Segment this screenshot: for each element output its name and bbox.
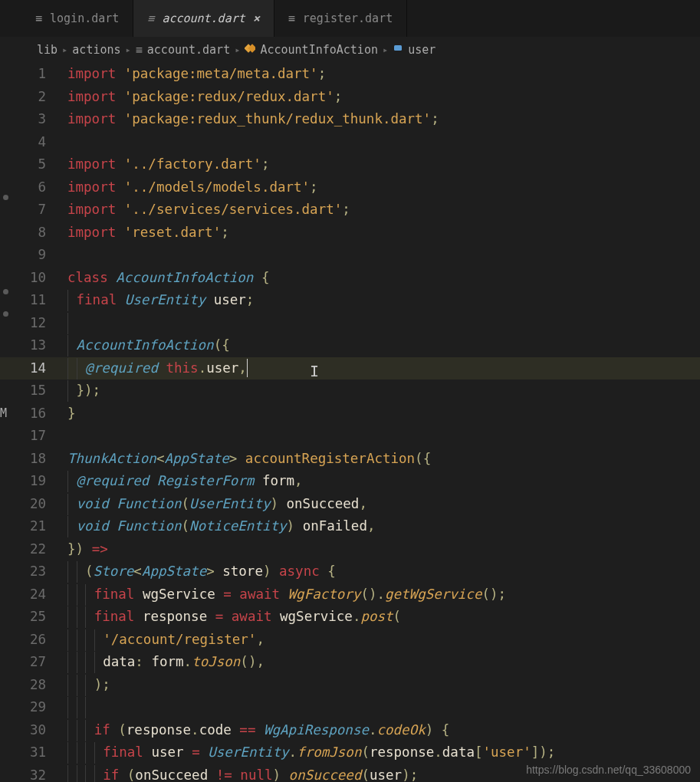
line-number: 20 bbox=[0, 493, 46, 516]
code-line[interactable]: if (response.code == WgApiResponse.codeO… bbox=[67, 719, 700, 742]
breadcrumb-item[interactable]: account.dart bbox=[147, 43, 230, 57]
watermark: https://blog.csdn.net/qq_33608000 bbox=[526, 764, 691, 776]
chevron-right-icon: ▸ bbox=[126, 44, 131, 55]
vcs-gutter-marker bbox=[3, 195, 8, 200]
line-number: 18 bbox=[0, 448, 46, 471]
chevron-right-icon: ▸ bbox=[62, 44, 67, 55]
line-number-gutter: 1234567891011121314151617181920212223242… bbox=[0, 63, 67, 782]
breadcrumb-item[interactable]: actions bbox=[72, 43, 120, 57]
line-number: 10 bbox=[0, 267, 46, 290]
line-number: 17 bbox=[0, 425, 46, 448]
line-number: 22 bbox=[0, 538, 46, 561]
line-number: 21 bbox=[0, 515, 46, 538]
tab-bar: ≡login.dart≡account.dart×≡register.dart bbox=[0, 0, 700, 37]
code-line[interactable]: import 'reset.dart'; bbox=[67, 222, 700, 245]
line-number: 14 bbox=[0, 357, 46, 380]
line-number: 30 bbox=[0, 719, 46, 742]
file-icon: ≡ bbox=[288, 12, 295, 25]
breadcrumb: lib▸actions▸≡account.dart▸AccountInfoAct… bbox=[0, 37, 700, 63]
line-number: 28 bbox=[0, 674, 46, 697]
field-icon bbox=[393, 43, 403, 57]
line-number: 31 bbox=[0, 741, 46, 764]
breadcrumb-item[interactable]: user bbox=[408, 43, 435, 57]
line-number: 32 bbox=[0, 764, 46, 783]
code-line[interactable]: import '../services/services.dart'; bbox=[67, 199, 700, 222]
line-number: 13 bbox=[0, 334, 46, 357]
line-number: 27 bbox=[0, 651, 46, 674]
code-line[interactable]: import 'package:meta/meta.dart'; bbox=[67, 63, 700, 86]
tab-account-dart[interactable]: ≡account.dart× bbox=[133, 0, 274, 37]
code-line[interactable] bbox=[67, 244, 700, 267]
chevron-right-icon: ▸ bbox=[235, 44, 240, 55]
file-icon: ≡ bbox=[147, 12, 154, 25]
line-number: 5 bbox=[0, 153, 46, 176]
code-line[interactable]: final response = await wgService.post( bbox=[67, 606, 700, 629]
code-line[interactable]: void Function(UserEntity) onSucceed, bbox=[67, 493, 700, 516]
code-line[interactable]: (Store<AppState> store) async { bbox=[67, 560, 700, 583]
code-line[interactable]: }) => bbox=[67, 538, 700, 561]
tab-register-dart[interactable]: ≡register.dart bbox=[274, 0, 407, 37]
code-line[interactable]: '/account/register', bbox=[67, 629, 700, 652]
code-line[interactable]: import 'package:redux_thunk/redux_thunk.… bbox=[67, 108, 700, 131]
code-line[interactable] bbox=[67, 696, 700, 719]
code-line[interactable] bbox=[67, 131, 700, 154]
code-line[interactable] bbox=[67, 425, 700, 448]
close-icon[interactable]: × bbox=[253, 12, 260, 25]
line-number: 7 bbox=[0, 199, 46, 222]
line-number: 9 bbox=[0, 244, 46, 267]
modified-marker: M bbox=[0, 406, 7, 420]
tab-label: register.dart bbox=[303, 12, 393, 25]
code-editor[interactable]: 1234567891011121314151617181920212223242… bbox=[0, 63, 700, 782]
tab-login-dart[interactable]: ≡login.dart bbox=[21, 0, 133, 37]
line-number: 26 bbox=[0, 629, 46, 652]
line-number: 23 bbox=[0, 560, 46, 583]
code-line[interactable]: ); bbox=[67, 674, 700, 697]
code-line[interactable]: }); bbox=[67, 380, 700, 402]
code-line[interactable]: } bbox=[67, 402, 700, 426]
tab-label: account.dart bbox=[162, 12, 245, 25]
line-number: 24 bbox=[0, 583, 46, 606]
line-number: 8 bbox=[0, 222, 46, 245]
line-number: 29 bbox=[0, 696, 46, 719]
code-line[interactable]: @required RegisterForm form, bbox=[67, 470, 700, 493]
chevron-right-icon: ▸ bbox=[383, 44, 388, 55]
code-line[interactable]: class AccountInfoAction { bbox=[67, 267, 700, 290]
tab-label: login.dart bbox=[50, 12, 119, 25]
line-number: 25 bbox=[0, 606, 46, 629]
code-line[interactable]: final user = UserEntity.fromJson(respons… bbox=[67, 741, 700, 764]
text-cursor bbox=[247, 359, 248, 377]
vcs-gutter-marker bbox=[3, 311, 8, 317]
code-content[interactable]: import 'package:meta/meta.dart';import '… bbox=[67, 63, 700, 782]
class-icon bbox=[245, 43, 255, 57]
breadcrumb-item[interactable]: AccountInfoAction bbox=[260, 43, 378, 57]
code-line[interactable]: data: form.toJson(), bbox=[67, 651, 700, 674]
line-number: 1 bbox=[0, 63, 46, 86]
line-number: 4 bbox=[0, 131, 46, 154]
breadcrumb-item[interactable]: lib bbox=[37, 43, 58, 57]
line-number: 3 bbox=[0, 108, 46, 131]
code-line[interactable]: final wgService = await WgFactory().getW… bbox=[67, 583, 700, 606]
code-line[interactable]: void Function(NoticeEntity) onFailed, bbox=[67, 515, 700, 538]
code-line[interactable]: @required this.user,I bbox=[67, 357, 700, 380]
code-line[interactable]: import 'package:redux/redux.dart'; bbox=[67, 86, 700, 109]
code-line[interactable] bbox=[67, 312, 700, 335]
file-icon: ≡ bbox=[136, 43, 143, 57]
code-line[interactable]: final UserEntity user; bbox=[67, 289, 700, 312]
file-icon: ≡ bbox=[35, 12, 42, 25]
vcs-gutter-marker bbox=[3, 289, 8, 294]
code-line[interactable]: import '../factory.dart'; bbox=[67, 153, 700, 176]
code-line[interactable]: ThunkAction<AppState> accountRegisterAct… bbox=[67, 448, 700, 471]
code-line[interactable]: import '../models/models.dart'; bbox=[67, 176, 700, 199]
line-number: 19 bbox=[0, 470, 46, 493]
line-number: 2 bbox=[0, 86, 46, 109]
svg-rect-2 bbox=[394, 45, 402, 51]
line-number: 15 bbox=[0, 380, 46, 402]
code-line[interactable]: AccountInfoAction({ bbox=[67, 334, 700, 357]
